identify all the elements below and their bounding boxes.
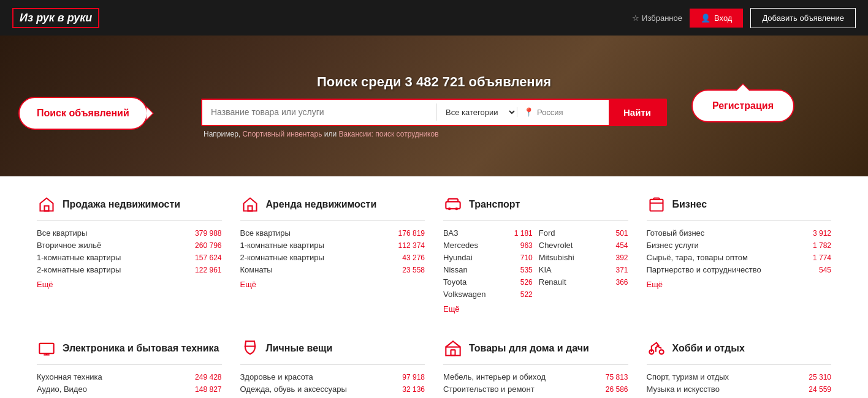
cat-more-link[interactable]: Ещё xyxy=(240,280,257,289)
cat-item-count: 1 181 xyxy=(514,229,533,238)
cat-item-name[interactable]: Вторичное жильё xyxy=(37,241,101,250)
list-item: Все квартиры 176 819 xyxy=(240,228,425,238)
cat-item-name[interactable]: 2-комнатные квартиры xyxy=(240,253,324,262)
cat-item-name[interactable]: 1-комнатные квартиры xyxy=(240,241,324,250)
cat-item-name[interactable]: Мебель, интерьер и обиход xyxy=(443,372,546,381)
cat-item-name[interactable]: Партнерство и сотрудничество xyxy=(647,265,761,274)
svg-point-4 xyxy=(455,208,459,211)
cat-title[interactable]: Электроника и бытовая техника xyxy=(63,343,219,354)
list-item: Вторичное жильё 260 796 xyxy=(37,241,222,250)
cat-icon xyxy=(443,195,463,214)
cat-item-count: 454 xyxy=(615,241,628,250)
cat-item-count: 501 xyxy=(615,229,628,238)
cat-item-name[interactable]: Бизнес услуги xyxy=(647,241,699,250)
hero-title: Поиск среди 3 482 721 объявления xyxy=(12,74,856,90)
cat-item-count: 526 xyxy=(520,278,533,287)
cat-divider xyxy=(443,364,628,365)
favorites-button[interactable]: ☆ Избранное xyxy=(632,13,682,23)
cat-item-count: 26 586 xyxy=(606,385,628,394)
list-item: Здоровье и красота 97 918 xyxy=(240,372,425,381)
cat-item-name[interactable]: Ford xyxy=(539,228,555,238)
list-item: Мебель, интерьер и обиход 75 813 xyxy=(443,372,628,381)
cat-title[interactable]: Хобби и отдых xyxy=(672,343,745,354)
callout-search-bubble: Поиск объявлений xyxy=(18,97,148,130)
cat-item-count: 366 xyxy=(615,278,628,287)
cat-header: Личные вещи xyxy=(240,339,425,358)
cat-item-name[interactable]: Здоровье и красота xyxy=(240,372,313,381)
cat-items-list: Мебель, интерьер и обиход 75 813 Строите… xyxy=(443,372,628,398)
cat-more-link[interactable]: Ещё xyxy=(647,280,663,289)
cat-item-name[interactable]: Строительство и ремонт xyxy=(443,385,535,394)
list-item: Toyota 526 xyxy=(443,277,533,287)
cat-item-name[interactable]: Аудио, Видео xyxy=(37,385,87,394)
list-item: Mercedes 963 xyxy=(443,241,533,250)
logo[interactable]: Из рук в руки xyxy=(12,8,99,28)
star-icon: ☆ xyxy=(632,13,639,23)
cat-item-name[interactable]: Сырьё, тара, товары оптом xyxy=(647,253,748,262)
cat-item-name[interactable]: Кухонная техника xyxy=(37,372,102,381)
cat-item-name[interactable]: KIA xyxy=(539,265,552,274)
svg-rect-0 xyxy=(45,206,49,211)
cat-item-count: 157 624 xyxy=(195,253,221,262)
cat-icon xyxy=(240,339,260,358)
cat-item-name[interactable]: Готовый бизнес xyxy=(647,228,705,238)
cat-title[interactable]: Продажа недвижимости xyxy=(63,199,180,210)
cat-item-count: 392 xyxy=(615,253,628,262)
cat-item-count: 371 xyxy=(615,266,628,274)
cat-item-name[interactable]: Renault xyxy=(539,277,566,287)
cat-item-name[interactable]: Volkswagen xyxy=(443,290,485,299)
cat-item-name[interactable]: Спорт, туризм и отдых xyxy=(647,372,729,381)
cat-item-count: 379 988 xyxy=(195,229,221,238)
list-item: Volkswagen 522 xyxy=(443,290,533,299)
svg-rect-11 xyxy=(451,350,455,355)
hint-link-2[interactable]: Вакансии: поиск сотрудников xyxy=(339,130,439,138)
cat-item-count: 32 136 xyxy=(402,385,425,394)
category-select[interactable]: Все категории xyxy=(437,101,517,124)
list-item: Спорт, туризм и отдых 25 310 xyxy=(647,372,832,381)
cat-item-name[interactable]: Одежда, обувь и аксессуары xyxy=(240,385,347,394)
user-icon: 👤 xyxy=(701,13,710,23)
cat-item-count: 963 xyxy=(520,241,533,250)
cat-more-link[interactable]: Ещё xyxy=(443,304,460,314)
cat-title[interactable]: Аренда недвижимости xyxy=(266,199,377,210)
cat-item-count: 24 559 xyxy=(809,385,831,394)
cat-item-name[interactable]: ВАЗ xyxy=(443,228,459,238)
hint-link-1[interactable]: Спортивный инвентарь xyxy=(243,130,322,138)
cat-item-name[interactable]: Toyota xyxy=(443,277,466,287)
cat-item-name[interactable]: 1-комнатные квартиры xyxy=(37,253,121,262)
search-input[interactable] xyxy=(202,101,436,123)
cat-item-count: 1 774 xyxy=(813,253,831,262)
list-item: Nissan 535 xyxy=(443,265,533,274)
header-right: ☆ Избранное 👤 Вход Добавить объявление xyxy=(632,8,856,28)
cat-item-name[interactable]: Все квартиры xyxy=(37,228,87,238)
cat-item-name[interactable]: Nissan xyxy=(443,265,468,274)
location-input[interactable] xyxy=(537,108,598,117)
category-home: Товары для дома и дачи Мебель, интерьер … xyxy=(443,339,628,398)
search-location: 📍 xyxy=(517,107,609,117)
list-item: Строительство и ремонт 26 586 xyxy=(443,385,628,394)
cat-title[interactable]: Бизнес xyxy=(672,199,707,210)
cat-item-name[interactable]: Chevrolet xyxy=(539,241,573,250)
category-realestate-rent: Аренда недвижимости Все квартиры 176 819… xyxy=(240,195,425,314)
cat-title[interactable]: Личные вещи xyxy=(266,343,333,354)
login-button[interactable]: 👤 Вход xyxy=(690,9,743,28)
cat-title[interactable]: Товары для дома и дачи xyxy=(469,343,589,354)
cat-item-name[interactable]: Комнаты xyxy=(240,265,273,274)
cat-item-name[interactable]: Mercedes xyxy=(443,241,478,250)
search-button[interactable]: Найти xyxy=(609,100,666,125)
add-listing-button[interactable]: Добавить объявление xyxy=(750,8,856,28)
cat-item-name[interactable]: Hyundai xyxy=(443,253,473,262)
cat-item-name[interactable]: 2-комнатные квартиры xyxy=(37,265,121,274)
cat-item-name[interactable]: Все квартиры xyxy=(240,228,291,238)
list-item: Все квартиры 379 988 xyxy=(37,228,222,238)
cat-item-count: 122 961 xyxy=(195,266,221,274)
cat-more-link[interactable]: Ещё xyxy=(37,280,53,289)
cat-item-name[interactable]: Mitsubishi xyxy=(539,253,574,262)
list-item: 1-комнатные квартиры 157 624 xyxy=(37,253,222,262)
category-hobby: Хобби и отдых Спорт, туризм и отдых 25 3… xyxy=(647,339,832,398)
svg-rect-7 xyxy=(39,344,53,353)
cat-title[interactable]: Транспорт xyxy=(469,199,520,210)
cat-item-name[interactable]: Музыка и искусство xyxy=(647,385,720,394)
cat-item-count: 75 813 xyxy=(606,373,628,381)
list-item: KIA 371 xyxy=(539,265,628,274)
